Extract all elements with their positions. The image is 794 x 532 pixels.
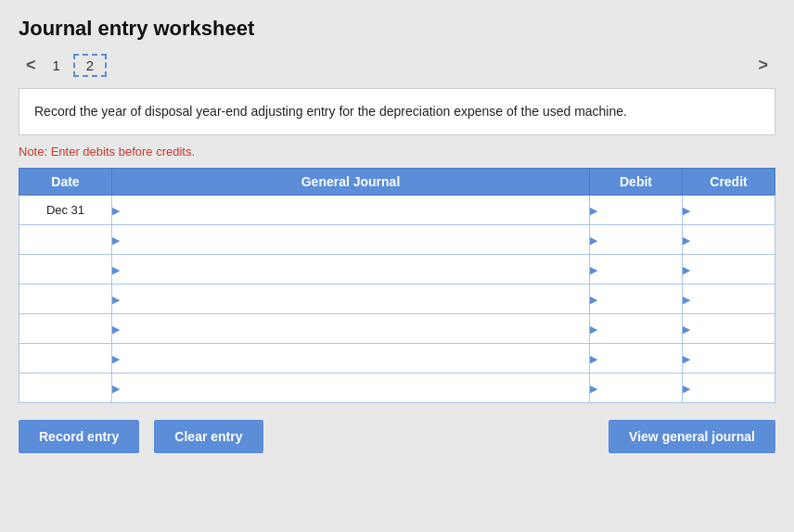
- cell-date-6: [19, 374, 112, 403]
- instruction-text: Record the year of disposal year-end adj…: [34, 104, 627, 119]
- cell-credit-0[interactable]: ▶: [683, 196, 775, 225]
- col-header-date: Date: [19, 169, 112, 196]
- col-header-debit: Debit: [590, 169, 683, 196]
- journal-input-1[interactable]: [118, 225, 583, 254]
- cell-journal-0[interactable]: ▶: [112, 196, 590, 225]
- cell-debit-5[interactable]: ▶: [590, 344, 683, 374]
- cell-credit-4[interactable]: ▶: [683, 314, 775, 344]
- debit-input-5[interactable]: [596, 344, 676, 373]
- cell-journal-6[interactable]: ▶: [112, 374, 590, 403]
- view-general-journal-button[interactable]: View general journal: [608, 420, 775, 453]
- journal-table: Date General Journal Debit Credit Dec 31…: [19, 168, 775, 403]
- table-row: ▶▶▶: [19, 225, 775, 255]
- credit-input-1[interactable]: [688, 225, 769, 254]
- cell-debit-3[interactable]: ▶: [590, 285, 683, 314]
- debit-input-4[interactable]: [596, 314, 676, 343]
- cell-credit-3[interactable]: ▶: [683, 285, 775, 314]
- buttons-row: Record entry Clear entry View general jo…: [19, 420, 775, 453]
- credit-input-4[interactable]: [688, 314, 769, 343]
- cell-journal-4[interactable]: ▶: [112, 314, 590, 344]
- cell-date-2: [19, 255, 112, 285]
- cell-credit-2[interactable]: ▶: [683, 255, 775, 285]
- debit-input-6[interactable]: [596, 374, 676, 402]
- debit-input-0[interactable]: [596, 196, 676, 224]
- journal-input-6[interactable]: [118, 374, 583, 402]
- prev-arrow[interactable]: <: [19, 54, 44, 77]
- page-1-nav[interactable]: 1: [44, 56, 70, 75]
- nav-row: < 1 2 >: [19, 54, 775, 77]
- journal-input-5[interactable]: [118, 344, 583, 373]
- cell-debit-0[interactable]: ▶: [590, 196, 683, 225]
- cell-journal-5[interactable]: ▶: [112, 344, 590, 374]
- cell-date-5: [19, 344, 112, 374]
- debit-input-1[interactable]: [596, 225, 676, 254]
- page-2-nav[interactable]: 2: [73, 54, 107, 77]
- cell-credit-5[interactable]: ▶: [683, 344, 775, 374]
- cell-debit-1[interactable]: ▶: [590, 225, 683, 255]
- credit-input-3[interactable]: [688, 285, 769, 313]
- credit-input-6[interactable]: [688, 374, 769, 402]
- cell-journal-2[interactable]: ▶: [112, 255, 590, 285]
- cell-journal-3[interactable]: ▶: [112, 285, 590, 314]
- table-row: Dec 31▶▶▶: [19, 196, 775, 225]
- cell-date-0: Dec 31: [19, 196, 112, 225]
- credit-input-5[interactable]: [688, 344, 769, 373]
- record-entry-button[interactable]: Record entry: [19, 420, 139, 453]
- cell-date-3: [19, 285, 112, 314]
- cell-debit-2[interactable]: ▶: [590, 255, 683, 285]
- debit-input-2[interactable]: [596, 255, 676, 284]
- table-row: ▶▶▶: [19, 374, 775, 403]
- table-row: ▶▶▶: [19, 344, 775, 374]
- next-arrow[interactable]: >: [750, 54, 775, 77]
- journal-input-4[interactable]: [118, 314, 583, 343]
- journal-input-3[interactable]: [118, 285, 583, 313]
- page-title: Journal entry worksheet: [19, 17, 775, 41]
- cell-debit-4[interactable]: ▶: [590, 314, 683, 344]
- table-row: ▶▶▶: [19, 285, 775, 314]
- journal-input-0[interactable]: [118, 196, 583, 224]
- note-text: Note: Enter debits before credits.: [19, 145, 775, 158]
- cell-debit-6[interactable]: ▶: [590, 374, 683, 403]
- table-row: ▶▶▶: [19, 255, 775, 285]
- journal-input-2[interactable]: [118, 255, 583, 284]
- table-row: ▶▶▶: [19, 314, 775, 344]
- debit-input-3[interactable]: [596, 285, 676, 313]
- cell-credit-1[interactable]: ▶: [683, 225, 775, 255]
- cell-journal-1[interactable]: ▶: [112, 225, 590, 255]
- cell-date-4: [19, 314, 112, 344]
- col-header-journal: General Journal: [112, 169, 590, 196]
- cell-credit-6[interactable]: ▶: [683, 374, 775, 403]
- credit-input-0[interactable]: [688, 196, 769, 224]
- clear-entry-button[interactable]: Clear entry: [154, 420, 263, 453]
- cell-date-1: [19, 225, 112, 255]
- credit-input-2[interactable]: [688, 255, 769, 284]
- col-header-credit: Credit: [683, 169, 775, 196]
- instruction-box: Record the year of disposal year-end adj…: [19, 88, 775, 135]
